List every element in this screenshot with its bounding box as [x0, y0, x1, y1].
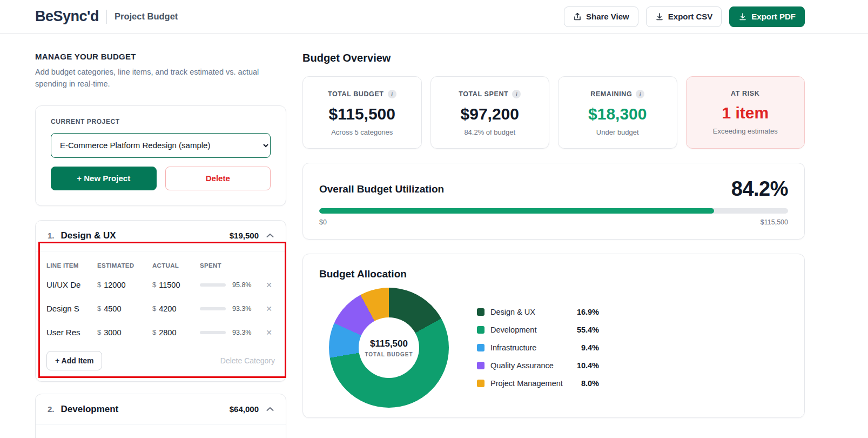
chevron-up-icon[interactable] [266, 233, 274, 238]
column-spent: SPENT [200, 262, 229, 269]
remove-item-icon[interactable]: ✕ [264, 304, 274, 313]
line-item-name-input[interactable] [46, 328, 90, 337]
project-select[interactable]: E-Commerce Platform Redesign (sample) [51, 133, 271, 158]
share-view-button[interactable]: Share View [564, 6, 638, 27]
donut-center-value: $115,500 [370, 339, 408, 349]
app-logo: BeSync'd [35, 8, 99, 25]
legend-item: Quality Assurance 10.4% [477, 361, 599, 370]
legend-percent: 10.4% [577, 361, 599, 370]
chevron-up-icon[interactable] [266, 407, 274, 412]
utilization-progress-bar [319, 208, 788, 214]
allocation-card: Budget Allocation $115,500 TOTAL BUDGET … [302, 254, 805, 418]
legend-label: Project Management [490, 379, 563, 388]
actual-input[interactable] [159, 304, 187, 313]
legend-percent: 8.0% [581, 379, 599, 388]
stat-subtext: Under budget [564, 128, 671, 136]
estimated-input[interactable] [104, 304, 132, 313]
legend-swatch [477, 362, 485, 369]
brand: BeSync'd Project Budget [35, 8, 178, 25]
stat-value: $97,200 [436, 105, 544, 123]
legend-item: Design & UX 16.9% [477, 308, 599, 316]
current-project-label: CURRENT PROJECT [51, 118, 271, 125]
info-icon[interactable]: i [636, 90, 644, 98]
add-item-button[interactable]: + Add Item [46, 351, 102, 370]
column-estimated: ESTIMATED [97, 262, 149, 269]
header-actions: Share View Export CSV Export PDF [564, 6, 805, 27]
category-total: $64,000 [230, 404, 259, 414]
utilization-min: $0 [319, 218, 327, 226]
legend-swatch [477, 308, 485, 316]
line-items-table: LINE ITEM ESTIMATED ACTUAL SPENT $ $ 95.… [36, 251, 286, 381]
allocation-title: Budget Allocation [319, 268, 788, 280]
category-name: Design & UX [61, 230, 116, 241]
download-icon [738, 12, 747, 21]
legend-percent: 16.9% [577, 308, 599, 316]
legend-label: Development [490, 326, 536, 334]
remove-item-icon[interactable]: ✕ [264, 281, 274, 289]
spent-progress-bar [200, 331, 226, 334]
currency-symbol: $ [152, 304, 156, 313]
category-header[interactable]: 2. Development $64,000 [36, 394, 286, 424]
page-title: Project Budget [115, 11, 178, 22]
sidebar-title: MANAGE YOUR BUDGET [35, 52, 286, 61]
legend-item: Development 55.4% [477, 326, 599, 334]
column-actual: ACTUAL [152, 262, 197, 269]
legend-item: Infrastructure 9.4% [477, 343, 599, 352]
currency-symbol: $ [97, 281, 101, 289]
top-bar: BeSync'd Project Budget Share View [0, 0, 868, 34]
new-project-button[interactable]: + New Project [51, 167, 157, 190]
stat-card-at-risk: AT RISK 1 item Exceeding estimates [686, 76, 805, 149]
stat-cards: TOTAL BUDGET i $115,500 Across 5 categor… [302, 76, 805, 149]
category-card-design-ux: 1. Design & UX $19,500 LINE ITEM ESTIMAT… [35, 220, 286, 382]
stat-card-total-budget: TOTAL BUDGET i $115,500 Across 5 categor… [302, 76, 422, 149]
currency-symbol: $ [152, 328, 156, 336]
legend-swatch [477, 326, 485, 334]
currency-symbol: $ [97, 328, 101, 336]
share-icon [573, 12, 582, 21]
spent-progress-bar [200, 307, 226, 310]
currency-symbol: $ [152, 281, 156, 289]
line-item-row: $ $ 93.3% ✕ [46, 297, 275, 321]
spent-percent: 93.3% [232, 305, 260, 313]
budget-overview-panel: Budget Overview TOTAL BUDGET i $115,500 … [302, 52, 805, 438]
chart-legend: Design & UX 16.9% Development 55.4% Infr… [477, 298, 599, 397]
line-item-name-input[interactable] [46, 304, 90, 313]
stat-value: 1 item [692, 104, 799, 122]
utilization-card: Overall Budget Utilization 84.2% $0 $115… [302, 163, 805, 240]
export-csv-button[interactable]: Export CSV [646, 6, 722, 27]
category-name: Development [61, 404, 119, 415]
legend-item: Project Management 8.0% [477, 379, 599, 388]
line-item-row: $ $ 95.8% ✕ [46, 273, 275, 297]
donut-center: $115,500 TOTAL BUDGET [359, 317, 419, 378]
legend-swatch [477, 344, 485, 351]
line-item-name-input[interactable] [46, 280, 90, 289]
actual-input[interactable] [159, 328, 187, 337]
legend-swatch [477, 380, 485, 387]
info-icon[interactable]: i [388, 90, 396, 98]
delete-project-button[interactable]: Delete [165, 167, 271, 190]
stat-subtext: Exceeding estimates [692, 127, 799, 135]
stat-card-total-spent: TOTAL SPENT i $97,200 84.2% of budget [430, 76, 550, 149]
actual-input[interactable] [159, 281, 187, 289]
utilization-title: Overall Budget Utilization [319, 183, 444, 195]
remove-item-icon[interactable]: ✕ [264, 328, 274, 337]
delete-category-button[interactable]: Delete Category [220, 356, 275, 365]
legend-label: Design & UX [490, 308, 535, 316]
category-index: 1. [48, 231, 55, 240]
stat-label: TOTAL SPENT [459, 90, 508, 98]
export-pdf-button[interactable]: Export PDF [729, 6, 805, 27]
stat-label: TOTAL BUDGET [328, 90, 384, 98]
spent-percent: 95.8% [232, 281, 260, 289]
legend-percent: 9.4% [581, 343, 599, 352]
estimated-input[interactable] [104, 328, 132, 337]
info-icon[interactable]: i [512, 90, 521, 98]
utilization-percent: 84.2% [731, 177, 788, 201]
estimated-input[interactable] [104, 281, 132, 289]
category-header[interactable]: 1. Design & UX $19,500 [36, 221, 286, 251]
stat-subtext: 84.2% of budget [436, 128, 544, 136]
stat-value: $18,300 [564, 105, 671, 123]
category-card-development: 2. Development $64,000 [35, 394, 286, 438]
category-index: 2. [48, 404, 55, 414]
utilization-max: $115,500 [761, 218, 788, 226]
legend-percent: 55.4% [577, 326, 599, 334]
